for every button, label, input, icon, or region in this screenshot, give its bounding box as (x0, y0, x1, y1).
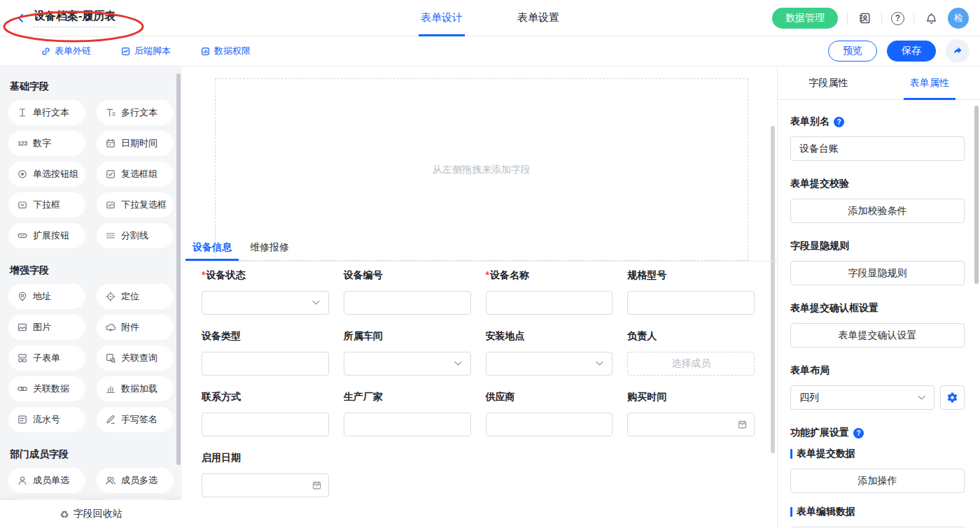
field-data-load[interactable]: 数据加载 (97, 376, 174, 401)
contacts-icon[interactable] (857, 10, 872, 26)
field-dropdown[interactable]: 下拉框 (8, 192, 85, 217)
help-icon[interactable]: ? (853, 428, 864, 438)
visibility-rules-button[interactable]: 字段显隐规则 (790, 261, 965, 285)
drag-dropzone[interactable]: 从左侧拖拽来添加字段 (215, 78, 748, 261)
field-linked-data[interactable]: 关联数据 (8, 376, 85, 401)
tab-form-properties[interactable]: 表单属性 (879, 66, 980, 99)
back-button[interactable] (15, 13, 27, 24)
form-field-device-status[interactable]: *设备状态 (202, 268, 329, 315)
form-field-install-location[interactable]: 安装地点 (486, 329, 613, 376)
script-icon (120, 46, 131, 57)
field-multi-line-text[interactable]: 多行文本 (97, 100, 174, 125)
field-address[interactable]: 地址 (8, 284, 85, 309)
select-control[interactable] (202, 291, 329, 315)
form-field-workshop[interactable]: 所属车间 (344, 329, 471, 376)
text-input-control[interactable] (486, 291, 613, 315)
field-divider[interactable]: 分割线 (97, 223, 174, 248)
data-manage-button[interactable]: 数据管理 (772, 8, 838, 29)
checkbox-icon (105, 169, 116, 180)
text-input-control[interactable] (202, 413, 329, 436)
visibility-rules-section: 字段显隐规则 字段显隐规则 (790, 240, 965, 285)
form-field-device-no[interactable]: 设备编号 (344, 268, 471, 315)
date-input-control[interactable]: 7 (202, 473, 329, 497)
text-input-control[interactable] (627, 291, 755, 315)
permission-icon (200, 46, 211, 57)
add-check-condition-button[interactable]: 添加校验条件 (790, 199, 965, 223)
field-checkbox-group[interactable]: 复选框组 (97, 162, 174, 187)
calendar-icon: 7 (312, 480, 322, 491)
text-input-control[interactable] (486, 413, 613, 436)
required-mark: * (202, 269, 205, 280)
external-link-button[interactable]: 表单外链 (41, 45, 91, 57)
field-subform[interactable]: 子表单 (8, 345, 85, 371)
bell-icon[interactable] (923, 10, 939, 26)
form-field-purchase-date[interactable]: 购买时间 7 (627, 390, 755, 436)
image-icon (17, 322, 28, 333)
pen-icon (105, 414, 116, 425)
member-picker-control[interactable]: 选择成员 (627, 352, 755, 376)
field-member-multi[interactable]: 成员多选 (97, 468, 174, 493)
form-field-supplier[interactable]: 供应商 (486, 390, 613, 436)
text-input-control[interactable] (202, 352, 329, 376)
field-location[interactable]: 定位 (97, 284, 174, 309)
confirm-box-button[interactable]: 表单提交确认设置 (790, 323, 965, 348)
share-button[interactable] (946, 39, 969, 63)
field-datetime[interactable]: 日期时间 (97, 131, 174, 156)
panel-tabbar: 字段属性 表单属性 (778, 66, 980, 100)
form-field-contact[interactable]: 联系方式 (202, 390, 329, 436)
form-field-enable-date[interactable]: 启用日期 7 (202, 450, 329, 497)
section-basic-fields: 基础字段 (10, 79, 174, 93)
text-input-control[interactable] (344, 291, 471, 315)
tab-field-properties[interactable]: 字段属性 (778, 66, 879, 99)
form-layout-label: 表单布局 (790, 364, 965, 377)
help-icon[interactable]: ? (891, 12, 904, 25)
user-avatar[interactable]: 检 (948, 8, 969, 29)
field-attachment[interactable]: 附件 (97, 315, 174, 340)
sidebar-scrollbar[interactable] (176, 73, 181, 465)
field-member-single[interactable]: 成员单选 (8, 468, 85, 493)
preview-button[interactable]: 预览 (828, 41, 877, 62)
form-title[interactable]: 设备档案-履历表 (34, 9, 115, 27)
form-field-device-type[interactable]: 设备类型 (202, 329, 329, 376)
field-signature[interactable]: 手写签名 (97, 407, 174, 432)
people-icon (105, 475, 116, 486)
data-permission-button[interactable]: 数据权限 (200, 45, 251, 57)
tab-form-settings[interactable]: 表单设置 (515, 0, 561, 36)
field-serial-number[interactable]: 流水号 (8, 407, 85, 432)
form-alias-input[interactable] (790, 136, 965, 161)
field-single-line-text[interactable]: 单行文本 (8, 100, 85, 125)
text-input-control[interactable] (344, 413, 471, 436)
help-icon[interactable]: ? (834, 117, 844, 127)
form-canvas: 从左侧拖拽来添加字段 设备信息 维修报修 *设备状态 设备编号 *设备名称 规格… (182, 66, 777, 528)
tab-form-design[interactable]: 表单设计 (419, 0, 465, 36)
form-field-spec-model[interactable]: 规格型号 (627, 268, 755, 315)
select-control[interactable] (344, 352, 471, 376)
field-radio-group[interactable]: 单选按钮组 (8, 162, 85, 187)
backend-script-button[interactable]: 后端脚本 (120, 45, 171, 57)
field-extend-button[interactable]: 扩展按钮 (8, 223, 85, 248)
chevron-left-icon (15, 13, 27, 24)
date-input-control[interactable]: 7 (627, 413, 755, 436)
top-header: 设备档案-履历表 表单设计 表单设置 数据管理 ? 检 (0, 0, 980, 36)
field-recycle-bin[interactable]: ♻ 字段回收站 (0, 500, 182, 528)
layout-select[interactable]: 四列 (790, 385, 934, 410)
form-fields-grid: *设备状态 设备编号 *设备名称 规格型号 设备类型 所属车间 (202, 268, 755, 497)
canvas-scrollbar[interactable] (771, 126, 775, 453)
save-button[interactable]: 保存 (887, 41, 936, 62)
form-field-device-name[interactable]: *设备名称 (486, 268, 613, 315)
select-control[interactable] (486, 352, 613, 376)
field-number[interactable]: 123数字 (8, 131, 85, 156)
form-field-manufacturer[interactable]: 生产厂家 (344, 390, 471, 436)
field-image[interactable]: 图片 (8, 315, 85, 340)
panel-scrollbar[interactable] (974, 106, 979, 284)
form-field-owner[interactable]: 负责人 选择成员 (627, 329, 755, 376)
tab-repair-report[interactable]: 维修报修 (243, 235, 296, 261)
extension-settings-section: 功能扩展设置 ? 表单提交数据 添加操作 表单编辑数据 添加操作 (790, 427, 965, 528)
layout-settings-button[interactable] (940, 385, 965, 410)
submit-check-label: 表单提交校验 (790, 178, 965, 190)
submit-data-add-action-button[interactable]: 添加操作 (790, 469, 965, 493)
multi-dropdown-icon (105, 199, 116, 211)
field-multi-dropdown[interactable]: 下拉复选框 (97, 192, 174, 217)
field-linked-query[interactable]: 关联查询 (97, 345, 174, 371)
tab-device-info[interactable]: 设备信息 (186, 235, 239, 261)
